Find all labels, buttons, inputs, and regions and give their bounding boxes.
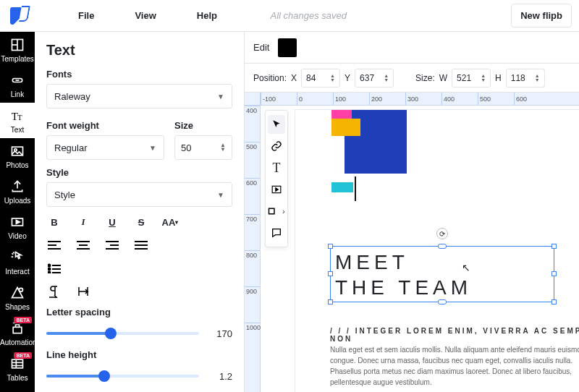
align-justify-button[interactable] (133, 237, 149, 253)
font-size-input[interactable]: 50 ▲▼ (174, 135, 232, 160)
resize-handle[interactable] (551, 271, 557, 276)
resize-handle[interactable] (328, 271, 333, 276)
tagline-text[interactable]: / / / INTEGER LOREM ENIM, VIVERRA AC SEM… (330, 327, 579, 343)
selected-text-element[interactable]: ⟳ MEET THE TEAM (330, 246, 554, 302)
beta-badge: BETA (14, 352, 32, 359)
text-direction-rtl-button[interactable] (75, 284, 91, 299)
ruler-corner (245, 93, 261, 106)
size-label: Size: (415, 73, 435, 83)
menu-file[interactable]: File (78, 10, 94, 21)
pos-y-input[interactable]: 637▲▼ (355, 69, 394, 88)
insert-text-tool[interactable]: T (268, 158, 285, 177)
underline-button[interactable]: U (104, 214, 120, 230)
font-family-select[interactable]: Raleway▼ (46, 84, 232, 108)
y-label: Y (345, 73, 350, 83)
svg-rect-14 (12, 359, 23, 368)
svg-marker-39 (276, 188, 279, 192)
rail-automation[interactable]: BETA Automation (0, 315, 35, 351)
text-color-swatch[interactable] (278, 38, 297, 57)
uploads-icon (10, 179, 25, 194)
edit-label: Edit (253, 42, 269, 53)
left-toolbar: Templates Link TT Text Photos Uploads Vi… (0, 32, 35, 392)
bullet-list-button[interactable] (46, 260, 62, 276)
stage-edit-bar: Edit (245, 32, 579, 64)
photos-icon (10, 144, 25, 158)
video-icon (10, 215, 25, 229)
vertical-ruler: 4005006007008009001000 (245, 106, 261, 392)
svg-marker-11 (12, 288, 23, 298)
rail-text[interactable]: TT Text (0, 103, 35, 138)
beta-badge: BETA (14, 317, 32, 323)
rail-shapes[interactable]: Shapes (0, 280, 35, 315)
size-h-input[interactable]: 118▲▼ (506, 69, 545, 88)
headline-line1: MEET (335, 250, 549, 275)
x-label: X (291, 73, 297, 83)
svg-point-12 (20, 288, 23, 291)
select-tool[interactable] (268, 115, 285, 134)
text-case-button[interactable]: AA▾ (162, 214, 178, 230)
new-flipbook-button[interactable]: New flipb (511, 4, 572, 27)
svg-rect-40 (269, 208, 275, 214)
rail-interact[interactable]: Interact (0, 244, 35, 280)
align-center-button[interactable] (75, 237, 91, 253)
strikethrough-button[interactable]: S (133, 214, 149, 230)
rail-link[interactable]: Link (0, 67, 35, 103)
canvas-page[interactable]: ⟳ MEET THE TEAM ↖ / / / INTEGER LOREM EN… (295, 110, 579, 392)
italic-button[interactable]: I (75, 214, 91, 230)
font-size-label: Size (174, 120, 232, 131)
svg-point-32 (48, 268, 51, 270)
text-direction-ltr-button[interactable] (46, 284, 62, 299)
font-weight-select[interactable]: Regular▼ (46, 135, 164, 160)
svg-point-30 (48, 265, 51, 267)
app-logo-icon (10, 7, 28, 25)
decorative-shape[interactable] (331, 182, 353, 192)
font-weight-label: Font weight (46, 120, 164, 131)
save-status: All changes saved (271, 10, 347, 21)
align-left-button[interactable] (46, 237, 62, 253)
panel-title: Text (46, 42, 232, 59)
decorative-shape[interactable] (331, 110, 352, 119)
menu-view[interactable]: View (135, 10, 156, 21)
canvas-floating-toolbar: T › (265, 110, 288, 247)
resize-handle[interactable] (328, 244, 333, 249)
insert-video-tool[interactable] (268, 180, 285, 199)
rail-video[interactable]: Video (0, 209, 35, 244)
canvas-stage: Edit Position: X 84▲▼ Y 637▲▼ Size: W 52… (245, 32, 579, 392)
decorative-shape[interactable] (331, 119, 360, 136)
rail-templates[interactable]: Templates (0, 32, 35, 67)
decorative-shape[interactable] (355, 176, 356, 201)
size-w-input[interactable]: 521▲▼ (452, 69, 491, 88)
rail-tables[interactable]: BETA Tables (0, 351, 35, 386)
body-text[interactable]: Nulla eget est et sem iaculis mollis. Nu… (330, 344, 579, 388)
pos-x-input[interactable]: 84▲▼ (301, 69, 340, 88)
resize-handle[interactable] (438, 244, 447, 249)
letter-spacing-label: Letter spacing (46, 307, 232, 318)
insert-link-tool[interactable] (268, 137, 285, 155)
shapes-icon (10, 286, 25, 300)
text-style-select[interactable]: Style▼ (46, 182, 232, 207)
link-icon (10, 73, 25, 88)
resize-handle[interactable] (328, 299, 333, 304)
bold-button[interactable]: B (46, 214, 62, 230)
chevron-down-icon: ▼ (217, 191, 224, 199)
text-properties-panel: Text Fonts Raleway▼ Font weight Regular▼… (35, 32, 245, 392)
interact-icon (10, 250, 25, 265)
insert-comment-tool[interactable] (268, 223, 285, 242)
rail-uploads[interactable]: Uploads (0, 174, 35, 209)
position-label: Position: (253, 73, 287, 83)
align-right-button[interactable] (104, 237, 120, 253)
rail-photos[interactable]: Photos (0, 138, 35, 174)
fonts-label: Fonts (46, 69, 232, 80)
insert-shape-tool[interactable]: › (268, 202, 285, 221)
menu-help[interactable]: Help (197, 10, 217, 21)
stepper-arrows-icon[interactable]: ▲▼ (220, 143, 226, 152)
rotate-handle-icon[interactable]: ⟳ (436, 228, 448, 239)
letter-spacing-slider[interactable]: 170 (46, 322, 232, 345)
resize-handle[interactable] (551, 244, 557, 249)
resize-handle[interactable] (551, 299, 557, 304)
horizontal-ruler: -1000100200300400500600 (245, 93, 579, 106)
resize-handle[interactable] (438, 299, 447, 304)
text-tool-icon: TT (10, 108, 25, 123)
svg-marker-10 (16, 221, 20, 224)
line-height-slider[interactable]: 1.2 (46, 365, 232, 388)
